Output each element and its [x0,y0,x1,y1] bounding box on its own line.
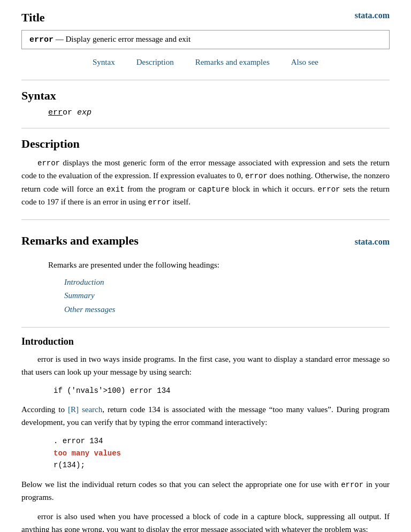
title-description: Display generic error message and exit [66,35,191,43]
divider-2 [21,128,390,128]
intro-para2: According to [R] search, return code 134… [21,403,390,429]
remarks-intro: Remarks are presented under the followin… [48,259,390,271]
nav-remarks[interactable]: Remarks and examples [195,58,270,67]
intro-code1: if ('nvals'>100) error 134 [54,385,390,397]
intro-error1: error [37,355,53,363]
intro-para1: error is used in two ways inside program… [21,353,390,378]
remarks-link-other[interactable]: Other messages [64,303,390,317]
stata-remarks-link[interactable]: stata.com [355,237,390,247]
title-box: error — Display generic error message an… [21,30,390,49]
page-title: Title [21,11,45,25]
intro-para3: Below we list the individual return code… [21,478,390,504]
syntax-arg: exp [77,108,92,117]
desc-error4: error [148,198,171,207]
nav-syntax[interactable]: Syntax [93,58,115,67]
code2-line1: . error 134 [54,435,390,447]
code2-line3: r(134); [54,459,390,471]
intro-r-search-link[interactable]: [R] search [68,405,102,414]
remarks-section: Remarks and examples stata.com Remarks a… [21,229,390,317]
description-title: Description [21,137,390,151]
intro-error2: error [341,481,363,489]
stata-header-link[interactable]: stata.com [355,11,390,20]
para2-link: [R] search [68,405,102,414]
desc-error1: error [37,159,60,168]
desc-error3: error [317,185,340,194]
remarks-links: Introduction Summary Other messages [64,276,390,317]
intro-error3: error [37,512,53,521]
intro-code2: . error 134 too many values r(134); [54,435,390,471]
syntax-section: Syntax error exp [21,89,390,117]
intro-para4: error is also used when you have process… [21,510,390,532]
syntax-cmd-underline: err [48,108,63,117]
intro-capture1: capture [257,512,281,521]
nav-description[interactable]: Description [136,58,174,67]
divider-1 [21,80,390,80]
remarks-link-summary[interactable]: Summary [64,289,390,303]
nav-also-see[interactable]: Also see [291,58,318,67]
divider-4 [21,327,390,328]
syntax-cmd-rest: or [63,108,72,117]
desc-error2: error [245,172,268,180]
code1-text: if ('nvals'>100) error 134 [54,386,170,395]
description-section: Description error displays the most gene… [21,137,390,209]
nav-bar: Syntax Description Remarks and examples … [21,58,390,67]
remarks-link-introduction[interactable]: Introduction [64,276,390,290]
remarks-title: Remarks and examples [21,234,139,248]
introduction-title: Introduction [21,336,390,347]
syntax-command: error exp [48,108,390,117]
desc-exit: exit [106,185,125,194]
remarks-header: Remarks and examples stata.com [21,229,390,253]
page-header: Title stata.com [21,11,390,25]
description-text: error displays the most generic form of … [21,156,390,209]
syntax-title: Syntax [21,89,390,103]
introduction-section: Introduction error is used in two ways i… [21,336,390,532]
desc-capture: capture [198,185,230,194]
code2-line2: too many values [54,447,390,459]
title-dash: — [56,35,64,43]
title-cmd: error [29,35,54,44]
intro-search: search [169,368,189,376]
divider-3 [21,219,390,220]
